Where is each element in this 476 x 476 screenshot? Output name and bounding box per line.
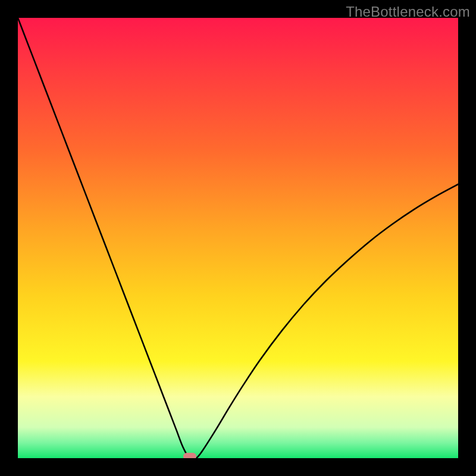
watermark-text: TheBottleneck.com xyxy=(346,4,470,20)
plot-svg xyxy=(18,18,458,458)
chart-stage: TheBottleneck.com xyxy=(0,0,476,476)
plot-area xyxy=(18,18,458,458)
minimum-marker xyxy=(183,453,196,458)
